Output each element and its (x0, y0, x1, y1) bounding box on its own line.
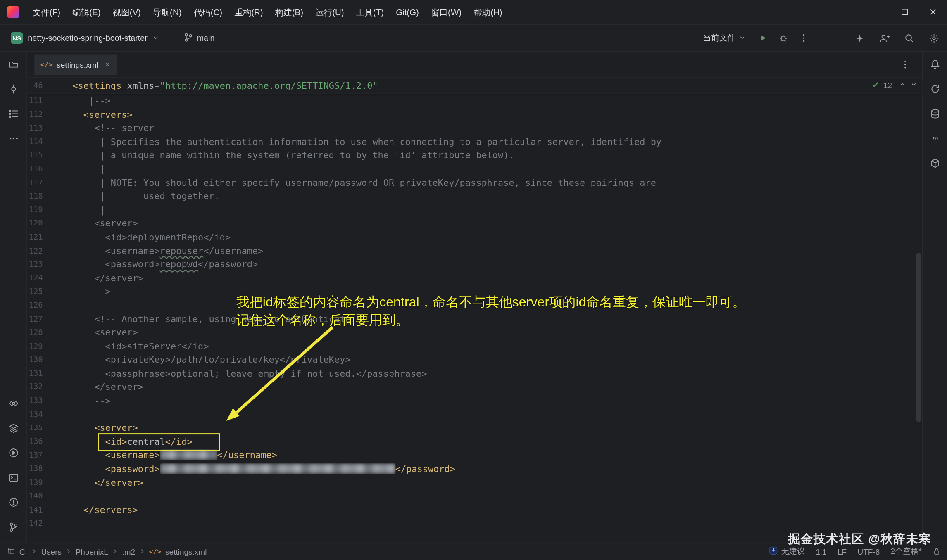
code-line-140[interactable]: 140 (27, 489, 922, 503)
problems-icon[interactable] (6, 495, 21, 509)
code-line-121[interactable]: 121 <id>deploymentRepo</id> (27, 230, 922, 244)
line-ending[interactable]: LF (838, 547, 847, 556)
commit-icon[interactable] (6, 81, 21, 96)
svg-text:m: m (932, 134, 938, 143)
menu-help[interactable]: 帮助(H) (468, 0, 509, 24)
code-line-118[interactable]: 118 | used together. (27, 190, 922, 203)
code-line-117[interactable]: 117 | NOTE: You should either specify us… (27, 176, 922, 190)
breadcrumb-item[interactable]: settings.xml (165, 547, 207, 556)
tab-settings-xml[interactable]: </> settings.xml ✕ (34, 55, 116, 75)
run-circle-icon[interactable] (6, 445, 21, 460)
code-line-142[interactable]: 142 (27, 517, 922, 530)
database-icon[interactable] (928, 106, 942, 121)
menu-code[interactable]: 代码(C) (188, 0, 228, 24)
line-number: 133 (27, 394, 43, 408)
structure-icon[interactable] (6, 106, 21, 121)
more-actions-icon[interactable] (797, 31, 811, 45)
code-line-content: <username>repouser</username> (72, 244, 263, 258)
dependencies-icon[interactable] (928, 156, 942, 170)
code-line-130[interactable]: 130 <privateKey>/path/to/private/key</pr… (27, 353, 922, 367)
settings-icon[interactable] (926, 31, 941, 45)
menu-refactor[interactable]: 重构(R) (228, 0, 269, 24)
code-line-113[interactable]: 113 <!-- server (27, 121, 922, 135)
code-line-115[interactable]: 115 | a unique name within the system (r… (27, 149, 922, 162)
tab-options-icon[interactable] (898, 57, 913, 72)
breadcrumb-item[interactable]: Users (41, 547, 62, 556)
prev-problem-icon[interactable] (899, 81, 906, 90)
menu-build[interactable]: 构建(B) (269, 0, 309, 24)
code-line-112[interactable]: 112 <servers> (27, 108, 922, 121)
more-icon[interactable] (6, 131, 21, 145)
eye-icon[interactable] (6, 396, 21, 411)
sticky-header-line[interactable]: 46 <settings xmlns="http://maven.apache.… (27, 78, 922, 93)
line-number: 116 (27, 162, 43, 176)
sync-icon[interactable] (928, 81, 942, 96)
close-button[interactable] (918, 0, 947, 24)
code-line-122[interactable]: 122 <username>repouser</username> (27, 244, 922, 258)
code-line-132[interactable]: 132 </server> (27, 380, 922, 394)
readonly-lock-icon[interactable] (933, 547, 941, 555)
line-number: 129 (27, 339, 43, 353)
check-icon (871, 80, 879, 90)
next-problem-icon[interactable] (910, 81, 918, 90)
code-line-131[interactable]: 131 <passphrase>optional; leave empty if… (27, 367, 922, 380)
annotation-line1: 我把id标签的内容命名为central，命名不与其他server项的id命名重复… (236, 293, 746, 311)
breadcrumb-item[interactable]: PhoenixL (76, 547, 108, 556)
indent-style[interactable]: 2个空格* (891, 546, 922, 557)
annotation-text: 我把id标签的内容命名为central，命名不与其他server项的id命名重复… (236, 293, 746, 330)
breadcrumb-item[interactable]: C: (19, 547, 27, 556)
maven-icon[interactable]: m (928, 131, 942, 145)
code-editor[interactable]: 111 |-->112 <servers>113 <!-- server114 … (27, 93, 922, 542)
inspection-widget[interactable]: 12 (871, 78, 917, 93)
add-user-icon[interactable] (877, 31, 891, 45)
code-line-133[interactable]: 133 --> (27, 394, 922, 408)
search-icon[interactable] (902, 31, 916, 45)
terminal-icon[interactable] (6, 470, 21, 484)
menu-view[interactable]: 视图(V) (107, 0, 147, 24)
code-token: | Specifies the authentication informati… (72, 136, 661, 147)
menu-run[interactable]: 运行(U) (309, 0, 350, 24)
tab-bar: </> settings.xml ✕ (27, 52, 922, 78)
code-token: <username> (105, 450, 160, 460)
code-line-111[interactable]: 111 |--> (27, 94, 922, 108)
code-line-139[interactable]: 139 </server> (27, 476, 922, 489)
menu-tools[interactable]: 工具(T) (350, 0, 390, 24)
code-line-138[interactable]: 138 <password></password> (27, 462, 922, 476)
breadcrumb-item[interactable]: .m2 (122, 547, 136, 556)
menu-window[interactable]: 窗口(W) (425, 0, 468, 24)
git-branch-icon[interactable] (6, 520, 21, 534)
branch-widget[interactable]: main (180, 31, 218, 46)
ai-suggestion-widget[interactable]: 无建议 (769, 546, 805, 557)
run-config-selector[interactable]: 当前文件 (700, 31, 750, 45)
project-widget[interactable]: NS netty-socketio-spring-boot-starter (7, 30, 163, 46)
maximize-button[interactable] (890, 0, 919, 24)
code-line-119[interactable]: 119 | (27, 203, 922, 217)
code-line-129[interactable]: 129 <id>siteServer</id> (27, 339, 922, 353)
scrollbar-thumb[interactable] (916, 253, 921, 422)
debug-button[interactable] (776, 31, 790, 45)
code-line-141[interactable]: 141 </servers> (27, 503, 922, 517)
run-button[interactable] (756, 31, 770, 45)
code-line-124[interactable]: 124 </server> (27, 271, 922, 285)
right-tool-strip: m (922, 52, 947, 543)
menu-navigate[interactable]: 导航(N) (147, 0, 188, 24)
bell-icon[interactable] (928, 57, 942, 71)
caret-position[interactable]: 1:1 (816, 547, 826, 556)
code-line-134[interactable]: 134 (27, 408, 922, 421)
code-line-120[interactable]: 120 <server> (27, 217, 922, 230)
menu-git[interactable]: Git(G) (390, 0, 425, 24)
tab-close-icon[interactable]: ✕ (102, 61, 110, 69)
menu-edit[interactable]: 编辑(E) (67, 0, 107, 24)
line-number: 126 (27, 299, 43, 312)
folder-icon[interactable] (6, 57, 21, 71)
menu-file[interactable]: 文件(F) (26, 0, 66, 24)
code-line-116[interactable]: 116 | (27, 162, 922, 176)
services-icon[interactable] (6, 420, 21, 435)
code-line-114[interactable]: 114 | Specifies the authentication infor… (27, 135, 922, 149)
line-number: 121 (27, 230, 43, 244)
code-line-123[interactable]: 123 <password>repopwd</password> (27, 258, 922, 271)
idea-logo-icon[interactable] (7, 6, 19, 18)
minimize-button[interactable] (862, 0, 890, 24)
ai-assistant-icon[interactable] (852, 31, 866, 45)
file-encoding[interactable]: UTF-8 (857, 547, 880, 556)
